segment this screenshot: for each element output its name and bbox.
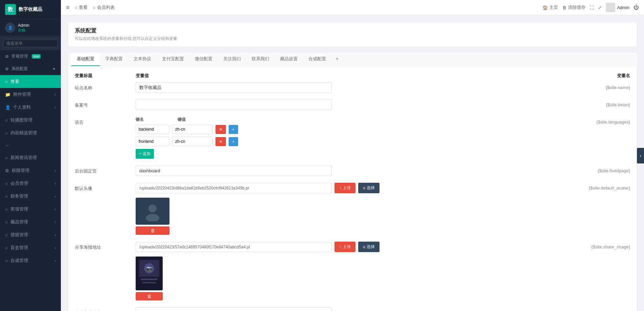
chevron-right-icon: › [55,93,56,96]
sidebar-item-profile[interactable]: 👤 个人资料 › [0,101,61,114]
topbar-user[interactable]: Admin [606,3,629,12]
logout-icon[interactable]: ⏻ [634,4,639,10]
sidebar-item-carousel[interactable]: ○ 轮播图管理 [0,114,61,127]
var-name-default-avatar: {$site.default_avatar} [562,183,630,191]
tab-dict[interactable]: 字典配置 [100,52,128,66]
chevron-right-icon: › [55,259,56,263]
upload-icon: ↑ [339,245,341,249]
form-area: 变量标题 变量值 变量名 站点名称 {$site.name} 备案号 [68,66,637,311]
user-name: Admin [18,23,56,28]
tab-basic[interactable]: 基础配置 [71,52,100,66]
sidebar-item-regular[interactable]: ⚙ 常规管理 new [0,50,61,63]
site-name-input[interactable] [136,82,332,93]
field-label-register-url: 会员注册地址 [75,307,136,311]
circle-icon: ○ [5,131,8,136]
topbar-nav-member-list[interactable]: ○ 会员列表 [93,4,115,10]
sidebar-item-label: 权限管理 [12,168,29,174]
circle-icon: ○ [5,258,8,263]
sidebar-item-collection[interactable]: ○ 藏品管理 › [0,216,61,228]
upload-label: 上传 [343,185,351,191]
sidebar-user[interactable]: 👤 Admin 在线 [0,19,61,37]
page-header: 系统配置 可以在此增改系统的变量和分组,也可以自定义分组和变量 [68,22,637,47]
hamburger-icon[interactable]: ≡ [66,4,70,11]
fullscreen-button[interactable]: ⛶ [590,5,594,10]
sidebar-item-award[interactable]: ○ 奖项管理 › [0,203,61,216]
tab-alipay[interactable]: 支付宝配置 [157,52,189,66]
sidebar-item-news[interactable]: ○ 新闻资讯管理 [0,151,61,164]
sidebar-item-audit[interactable]: ○ 查看 [0,75,61,88]
sidebar-item-featured[interactable]: ○ 内容精选管理 [0,127,61,139]
search-input[interactable] [3,39,58,47]
page-title: 系统配置 [75,27,630,35]
lang-val-frontend[interactable] [172,137,213,146]
sidebar-item-preview[interactable]: ○ 摆观管理 › [0,228,61,241]
new-badge: new [32,54,41,59]
fixed-page-input[interactable] [136,165,332,176]
tab-contact[interactable]: 联系我们 [246,52,275,66]
clear-cache-button[interactable]: 🗑 清除缓存 [562,4,585,10]
share-upload-button[interactable]: ↑ 上传 [335,242,355,252]
lang-delete-backend-button[interactable]: ✕ [215,125,226,134]
sidebar-item-composite[interactable]: ○ 合成管理 › [0,254,61,267]
topbar-nav-audit[interactable]: ○ 查看 [75,4,88,10]
circle-icon: ○ [5,207,8,212]
var-name-language: {$site.languages} [562,117,630,125]
sidebar-search-container [0,37,61,50]
sidebar-item-label: 个人资料 [13,104,31,110]
share-path-input[interactable] [136,242,332,252]
sidebar-item-label: 奖项管理 [10,206,28,212]
field-control-language: 键名 键值 ✕ + ✕ + [136,117,562,159]
lang-val-backend[interactable] [172,125,213,134]
gear-icon: ⚙ [5,54,9,59]
sidebar-item-attachment[interactable]: 📁 附件管理 › [0,88,61,101]
sidebar-item-label: 会员管理 [10,180,28,186]
svg-text:📷: 📷 [146,266,153,271]
field-control-default-avatar: ↑ 上传 ≡ 选择 [136,183,562,235]
avatar-delete-button[interactable]: 🗑 [136,226,169,235]
tab-wechat[interactable]: 微信配置 [189,52,218,66]
topbar-left: ≡ ○ 查看 ○ 会员列表 [66,4,537,11]
form-row-beian: 备案号 {$site.beian} [75,99,630,110]
sidebar-item-blind[interactable]: ○ 盲盒管理 › [0,241,61,254]
expand-icon[interactable]: ⤢ [598,5,602,10]
avatar-path-input[interactable] [136,183,332,193]
field-label-language: 语言 [75,117,136,126]
form-row-fixed-page: 后台固定页 {$site.fixedpage} [75,165,630,176]
share-delete-button[interactable]: 🗑 [136,292,163,301]
share-select-button[interactable]: ≡ 选择 [358,242,380,252]
clear-cache-label: 清除缓存 [568,4,585,10]
avatar-upload-button[interactable]: ↑ 上传 [335,183,355,193]
trash-icon: 🗑 [562,5,567,10]
beian-input[interactable] [136,99,332,110]
lang-plus-frontend-button[interactable]: + [229,137,238,146]
tab-composite-config[interactable]: 合成配置 [303,52,331,66]
gear-icon: ⚙ [5,168,9,173]
sidebar-item-back[interactable]: ← [0,139,61,151]
sidebar-item-finance[interactable]: ○ 财务管理 › [0,190,61,203]
lang-key-backend[interactable] [136,125,169,134]
lang-add-button[interactable]: + 追加 [136,149,154,159]
tab-collection-settings[interactable]: 藏品设置 [275,52,303,66]
col-header-label: 变量标题 [75,73,136,79]
lang-plus-backend-button[interactable]: + [229,125,238,134]
field-control-register-url [136,307,562,311]
lang-key-frontend[interactable] [136,137,169,146]
home-icon: 🏠 [543,5,548,10]
tab-agreement[interactable]: 文本协议 [128,52,157,66]
tab-follow[interactable]: 关注我们 [218,52,246,66]
home-link[interactable]: 🏠 主页 [543,4,558,10]
sidebar-item-system[interactable]: ⚙ 系统配置 ▼ [0,63,61,75]
chevron-down-icon: ▼ [52,67,56,71]
sidebar-item-permission[interactable]: ⚙ 权限管理 › [0,164,61,177]
circle-icon: ○ [5,181,8,186]
lang-delete-frontend-button[interactable]: ✕ [215,137,226,146]
right-arrow-button[interactable]: › [637,148,644,163]
sidebar-menu: ⚙ 常规管理 new ⚙ 系统配置 ▼ ○ 查看 📁 附件管理 › 👤 个人资料… [0,50,61,311]
var-name-register-url: {$site.register_url} [562,307,630,311]
field-control-fixed-page [136,165,562,176]
avatar-select-button[interactable]: ≡ 选择 [358,183,380,193]
chevron-right-icon: › [55,195,56,198]
sidebar-item-member[interactable]: ○ 会员管理 › [0,177,61,190]
register-url-input[interactable] [136,307,332,311]
tab-add-button[interactable]: + [331,52,343,66]
